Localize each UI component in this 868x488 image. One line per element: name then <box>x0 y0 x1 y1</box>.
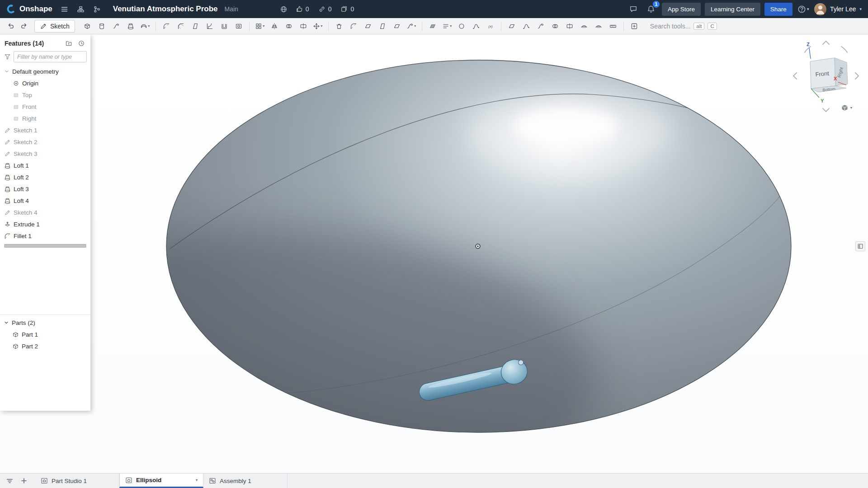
tab-part-studio-1[interactable]: Part Studio 1 <box>35 474 119 488</box>
replace-face-tool-button[interactable] <box>390 19 404 33</box>
bridging-curve-tool-button[interactable] <box>534 19 547 33</box>
main-menu-button[interactable] <box>58 2 71 16</box>
dropdown-arrow-icon[interactable]: ▾ <box>263 24 264 28</box>
linear-pattern-tool-button[interactable]: ▾ <box>253 19 267 33</box>
delete-face-tool-button[interactable] <box>361 19 375 33</box>
view-options-button[interactable]: ▾ <box>840 103 854 113</box>
custom-feature-tool-button[interactable] <box>627 19 641 33</box>
feature-item-loft-4[interactable]: Loft 4 <box>0 195 90 206</box>
sketch-button[interactable]: Sketch <box>34 20 75 33</box>
share-status-button[interactable] <box>277 2 291 16</box>
onshape-logo[interactable]: Onshape <box>6 4 52 14</box>
view-cube-front-label[interactable]: Front <box>815 70 830 78</box>
wrap-tool-button[interactable] <box>592 19 605 33</box>
undo-button[interactable] <box>4 19 17 33</box>
helix-tool-button[interactable] <box>455 19 468 33</box>
feature-item-sketch-1[interactable]: Sketch 1 <box>0 124 90 136</box>
ellipsoid-body-part[interactable] <box>0 60 792 473</box>
rotate-up-arrow-icon[interactable] <box>823 41 829 44</box>
fillet-tool-button[interactable] <box>160 19 173 33</box>
modify-fillet-tool-button[interactable] <box>347 19 360 33</box>
expand-caret-icon[interactable] <box>4 69 9 74</box>
chamfer-tool-button[interactable] <box>174 19 188 33</box>
feature-item-default-geometry[interactable]: Default geometry <box>0 66 90 77</box>
move-face-tool-button[interactable] <box>376 19 389 33</box>
trim-curve-tool-button[interactable] <box>563 19 576 33</box>
workspace-branch-label[interactable]: Main <box>225 5 238 13</box>
feedback-button[interactable] <box>627 2 640 16</box>
rotate-down-arrow-icon[interactable] <box>823 108 829 112</box>
app-store-button[interactable]: App Store <box>662 3 701 16</box>
delete-part-tool-button[interactable] <box>332 19 346 33</box>
create-folder-button[interactable] <box>63 38 74 48</box>
parts-caret-icon[interactable] <box>4 320 9 325</box>
dropdown-arrow-icon[interactable]: ▾ <box>414 24 416 28</box>
right-panel-flyout-button[interactable] <box>855 241 865 251</box>
dropdown-arrow-icon[interactable]: ▾ <box>450 24 452 28</box>
feature-item-sketch-4[interactable]: Sketch 4 <box>0 206 90 218</box>
composite-part-tool-button[interactable]: ▾ <box>440 19 454 33</box>
fill-surface-tool-button[interactable] <box>505 19 519 33</box>
transform-tool-button[interactable]: ▾ <box>311 19 325 33</box>
versions-button[interactable] <box>90 2 104 16</box>
user-menu[interactable]: Tyler Lee ▾ <box>814 3 862 15</box>
redo-button[interactable] <box>17 19 31 33</box>
feature-item-extrude-1[interactable]: Extrude 1 <box>0 218 90 230</box>
offset-surface-tool-button[interactable]: ▾ <box>405 19 418 33</box>
mirror-tool-button[interactable] <box>268 19 281 33</box>
notifications-button[interactable]: 1 <box>644 2 658 16</box>
learning-center-button[interactable]: Learning Center <box>705 3 760 16</box>
manage-tabs-button[interactable] <box>3 475 16 487</box>
viewport-3d[interactable]: Features (14) Default geometryOriginTopF… <box>0 34 868 473</box>
view-cube-bottom-label[interactable]: Bottom <box>822 87 835 93</box>
feature-filter-input[interactable] <box>14 51 87 62</box>
feature-item-sketch-2[interactable]: Sketch 2 <box>0 136 90 148</box>
history-button[interactable] <box>76 38 87 48</box>
revolve-tool-button[interactable] <box>95 19 108 33</box>
tab-assembly-1[interactable]: Assembly 1 <box>203 474 288 488</box>
tab-menu-caret-icon[interactable]: ▾ <box>196 478 198 482</box>
variable-tool-button[interactable]: (x) <box>484 19 497 33</box>
tab-ellipsoid[interactable]: Ellipsoid▾ <box>119 474 203 488</box>
measure-tool-button[interactable] <box>606 19 620 33</box>
search-tools-button[interactable]: Search tools... alt C <box>650 23 717 30</box>
share-button[interactable]: Share <box>764 3 793 16</box>
feature-item-front[interactable]: Front <box>0 101 90 113</box>
hole-tool-button[interactable] <box>232 19 245 33</box>
document-title[interactable]: Venutian Atmospheric Probe <box>113 5 218 14</box>
feature-item-loft-1[interactable]: Loft 1 <box>0 160 90 171</box>
shell-tool-button[interactable] <box>217 19 231 33</box>
help-button[interactable]: ▾ <box>797 2 810 16</box>
links-button[interactable]: 0 <box>314 5 336 13</box>
parts-header[interactable]: Parts (2) <box>0 317 90 328</box>
sweep-tool-button[interactable] <box>109 19 123 33</box>
feature-item-origin[interactable]: Origin <box>0 77 90 89</box>
feature-item-loft-2[interactable]: Loft 2 <box>0 171 90 183</box>
rotate-left-arrow-icon[interactable] <box>793 73 797 79</box>
feature-item-top[interactable]: Top <box>0 89 90 101</box>
likes-button[interactable]: 0 <box>292 5 313 13</box>
add-tab-button[interactable] <box>17 475 31 487</box>
view-cube-widget[interactable]: Front Right Bottom Z X Y ▾ <box>789 38 862 115</box>
feature-item-right[interactable]: Right <box>0 113 90 124</box>
part-item-part-1[interactable]: Part 1 <box>0 328 90 340</box>
feature-item-sketch-3[interactable]: Sketch 3 <box>0 148 90 160</box>
boolean-tool-button[interactable] <box>282 19 296 33</box>
loft-tool-button[interactable] <box>124 19 137 33</box>
rotate-cw-arc-icon[interactable] <box>841 47 847 52</box>
rotate-right-arrow-icon[interactable] <box>855 73 859 79</box>
3d-scene[interactable] <box>0 34 868 473</box>
plane-tool-button[interactable] <box>426 19 439 33</box>
part-item-part-2[interactable]: Part 2 <box>0 340 90 352</box>
document-elements-button[interactable] <box>74 2 88 16</box>
origin-marker[interactable] <box>476 244 480 249</box>
project-curve-tool-button[interactable] <box>519 19 533 33</box>
fit-spline-tool-button[interactable] <box>469 19 483 33</box>
feature-item-fillet-1[interactable]: Fillet 1 <box>0 230 90 242</box>
rollback-bar[interactable] <box>4 244 86 248</box>
thicken-tool-button[interactable]: ▾ <box>138 19 152 33</box>
draft-tool-button[interactable] <box>189 19 202 33</box>
split-tool-button[interactable] <box>297 19 310 33</box>
intersection-curve-tool-button[interactable] <box>548 19 562 33</box>
dropdown-arrow-icon[interactable]: ▾ <box>148 24 150 28</box>
